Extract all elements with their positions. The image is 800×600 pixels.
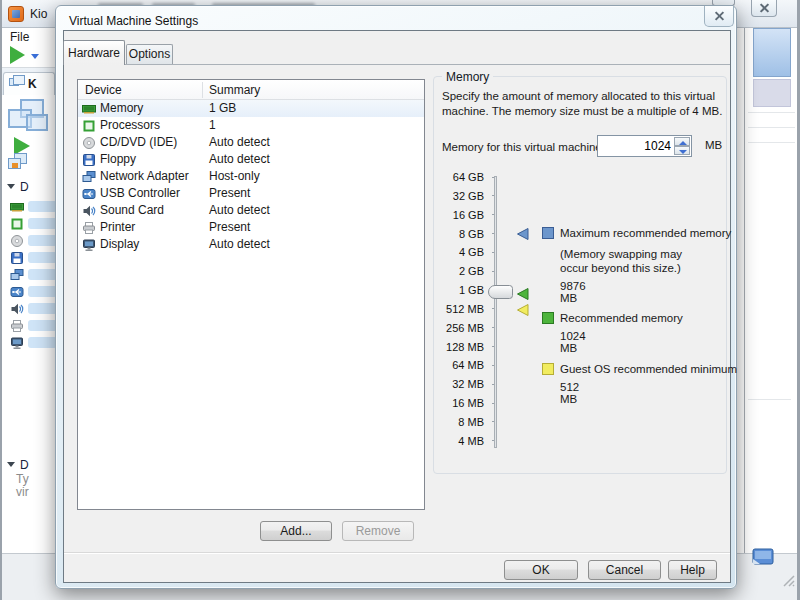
vm-summary-panel: D [2,95,55,553]
ok-button[interactable]: OK [504,560,578,580]
description-placeholder[interactable]: Ty [16,472,29,486]
scale-label: 4 MB [440,435,484,447]
memory-unit-label: MB [705,139,722,151]
memory-slider-track[interactable] [494,176,497,448]
close-window-button[interactable] [751,0,777,17]
scale-label: 1 GB [440,284,484,296]
power-on-button[interactable] [10,46,25,64]
printer-icon [82,221,96,235]
spinner [674,137,690,155]
vm-preview-tile[interactable] [753,28,791,77]
scale-label: 8 GB [440,228,484,240]
divider [748,142,795,143]
memory-scale: 64 GB 32 GB 16 GB 8 GB 4 GB 2 GB 1 GB 51… [440,171,496,447]
scale-label: 32 GB [440,190,484,202]
arrow-down-icon [679,150,687,154]
column-header-device[interactable]: Device [85,83,122,97]
vm-settings-dialog: Virtual Machine Settings Hardware Option… [55,5,737,589]
device-list: Device Summary Memory 1 GB Processors 1 … [77,79,425,510]
tab-hardware[interactable]: Hardware [63,40,125,65]
divider [748,127,795,128]
sidebar-device-floppy[interactable] [10,251,57,266]
collapse-arrow-icon [7,462,15,467]
scale-label: 8 MB [440,416,484,428]
sidebar-device-usb[interactable] [10,285,57,300]
menu-file[interactable]: File [10,30,29,44]
status-message-icon[interactable] [752,548,774,566]
add-button[interactable]: Add... [260,521,332,541]
recommended-memory-marker-icon [516,288,529,300]
groupbox-label: Memory [442,70,493,84]
device-row-highlight [28,320,57,331]
scale-label: 512 MB [440,303,484,315]
scale-label: 64 GB [440,171,484,183]
cancel-button[interactable]: Cancel [588,560,661,580]
description-placeholder[interactable]: vir [16,485,29,499]
table-row-network-adapter[interactable]: Network Adapter Host-only [78,168,424,185]
vmware-logo-icon [8,6,24,22]
divider [748,399,791,400]
footer-separator [64,552,730,554]
device-row-highlight [28,235,57,246]
scale-label: 16 GB [440,209,484,221]
resize-grip[interactable] [779,571,797,589]
recommended-memory-value: 1024 MB [560,330,586,354]
table-row-printer[interactable]: Printer Present [78,219,424,236]
sidebar-device-cd-dvd[interactable] [10,234,57,249]
spinner-up-button[interactable] [674,137,690,146]
tab-options[interactable]: Options [126,44,173,64]
table-row-usb-controller[interactable]: USB Controller Present [78,185,424,202]
table-row-floppy[interactable]: Floppy Auto detect [78,151,424,168]
dialog-client-area: Hardware Options Device Summary Memory 1… [63,30,731,583]
sidebar-device-network[interactable] [10,268,57,283]
dialog-close-button[interactable] [704,6,734,27]
sidebar-device-display[interactable] [10,336,57,351]
cd-dvd-icon [82,136,96,150]
display-icon [82,238,96,252]
vm-thumbnail-icon[interactable] [8,99,50,139]
printer-icon [10,319,24,333]
scale-label: 2 GB [440,265,484,277]
table-row-sound-card[interactable]: Sound Card Auto detect [78,202,424,219]
power-dropdown-icon[interactable] [31,54,39,59]
memory-groupbox: Memory Specify the amount of memory allo… [433,76,727,474]
devices-section-header[interactable]: D [7,180,29,194]
sidebar-device-processors[interactable] [10,217,57,232]
tab-pane-border [64,64,730,65]
memory-value-input[interactable] [598,136,674,156]
scale-label: 16 MB [440,397,484,409]
green-square-icon [542,312,554,324]
usb-controller-icon [82,187,96,201]
sidebar-device-sound[interactable] [10,302,57,317]
vm-preview-tile-secondary [753,79,791,107]
description-section-header[interactable]: D [7,458,29,472]
spinner-down-button[interactable] [674,146,690,155]
column-divider[interactable] [202,82,203,98]
table-row-memory[interactable]: Memory 1 GB [78,100,424,117]
minimum-memory-marker-icon [516,304,529,316]
memory-spinbox [597,135,692,157]
scale-label: 32 MB [440,378,484,390]
memory-slider-thumb[interactable] [488,285,513,299]
cd-dvd-icon [10,234,24,248]
table-row-processors[interactable]: Processors 1 [78,117,424,134]
table-row-display[interactable]: Display Auto detect [78,236,424,253]
snapshot-icon[interactable] [8,153,30,171]
scale-label: 4 GB [440,246,484,258]
blue-square-icon [542,227,554,239]
vm-tab[interactable]: K [3,72,55,95]
memory-description: Specify the amount of memory allocated t… [442,90,715,102]
sound-card-icon [82,204,96,218]
help-button[interactable]: Help [668,560,717,580]
column-header-summary[interactable]: Summary [209,83,260,97]
sidebar-device-printer[interactable] [10,319,57,334]
table-row-cd-dvd[interactable]: CD/DVD (IDE) Auto detect [78,134,424,151]
memory-icon [10,200,24,214]
memory-description: machine. The memory size must be a multi… [442,105,722,117]
device-list-header: Device Summary [78,80,424,100]
remove-button[interactable]: Remove [342,521,414,541]
sidebar-device-memory[interactable] [10,200,57,215]
floppy-icon [82,153,96,167]
sound-card-icon [10,302,24,316]
vm-tab-label: K [28,77,37,91]
